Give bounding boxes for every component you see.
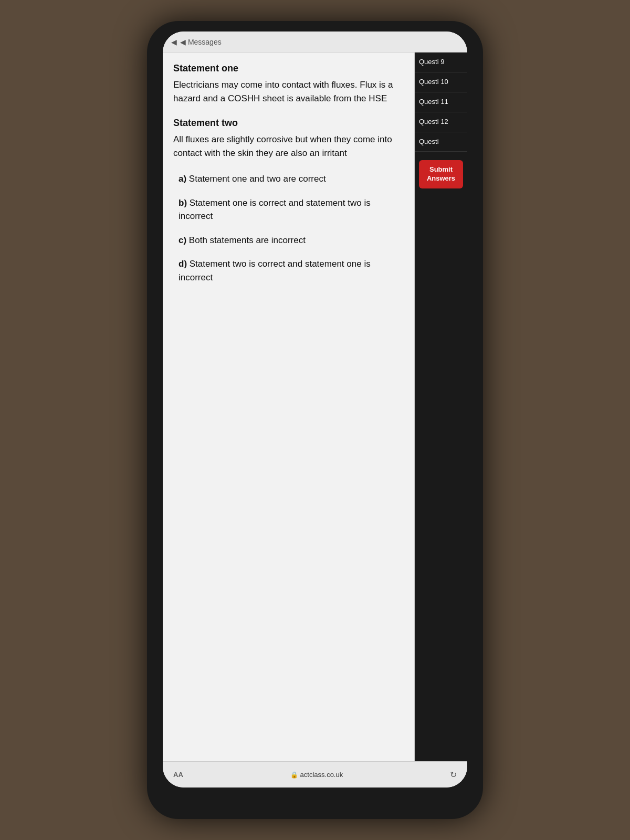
phone-screen: ◀ ◀ Messages Statement one Electricians … xyxy=(163,32,467,788)
phone-frame: ◀ ◀ Messages Statement one Electricians … xyxy=(147,21,483,819)
browser-aa-label[interactable]: AA xyxy=(173,771,183,779)
top-bar: ◀ ◀ Messages xyxy=(163,32,467,52)
sidebar-item-1[interactable]: Questi 10 xyxy=(415,72,467,92)
browser-url: 🔒 actclass.co.uk xyxy=(290,771,343,779)
statement-two-heading: Statement two xyxy=(173,118,404,129)
answer-text-d: Statement two is correct and statement o… xyxy=(178,259,371,282)
submit-answers-button[interactable]: Submit Answers xyxy=(419,160,463,188)
lock-icon: 🔒 xyxy=(290,771,298,779)
statement-one-heading: Statement one xyxy=(173,63,404,74)
sidebar-item-4[interactable]: Questi xyxy=(415,132,467,152)
answer-text-a: Statement one and two are correct xyxy=(189,174,326,184)
sidebar-item-0[interactable]: Questi 9 xyxy=(415,52,467,72)
answer-label-c: c) xyxy=(178,235,186,245)
right-sidebar: Questi 9 Questi 10 Questi 11 Questi 12 Q… xyxy=(415,52,467,761)
sidebar-item-2[interactable]: Questi 11 xyxy=(415,92,467,112)
answer-label-a: a) xyxy=(178,174,186,184)
answer-label-d: d) xyxy=(178,259,187,269)
statement-two-body: All fluxes are slightly corrosive but wh… xyxy=(173,133,404,160)
refresh-button[interactable]: ↻ xyxy=(450,770,457,780)
answer-option-a[interactable]: a) Statement one and two are correct xyxy=(173,172,404,186)
sidebar-item-3[interactable]: Questi 12 xyxy=(415,112,467,132)
messages-label[interactable]: ◀ Messages xyxy=(180,38,222,46)
answer-text-c: Both statements are incorrect xyxy=(189,235,306,245)
main-panel: Statement one Electricians may come into… xyxy=(163,52,415,761)
answer-label-b: b) xyxy=(178,198,187,208)
back-arrow-icon: ◀ xyxy=(171,38,177,46)
content-area: Statement one Electricians may come into… xyxy=(163,52,467,761)
url-text[interactable]: actclass.co.uk xyxy=(300,771,343,779)
answer-text-b: Statement one is correct and statement t… xyxy=(178,198,371,222)
statement-one-body: Electricians may come into contact with … xyxy=(173,78,404,105)
answer-option-c[interactable]: c) Both statements are incorrect xyxy=(173,234,404,247)
answer-option-b[interactable]: b) Statement one is correct and statemen… xyxy=(173,196,404,223)
browser-bar: AA 🔒 actclass.co.uk ↻ xyxy=(163,761,467,788)
answer-option-d[interactable]: d) Statement two is correct and statemen… xyxy=(173,257,404,284)
